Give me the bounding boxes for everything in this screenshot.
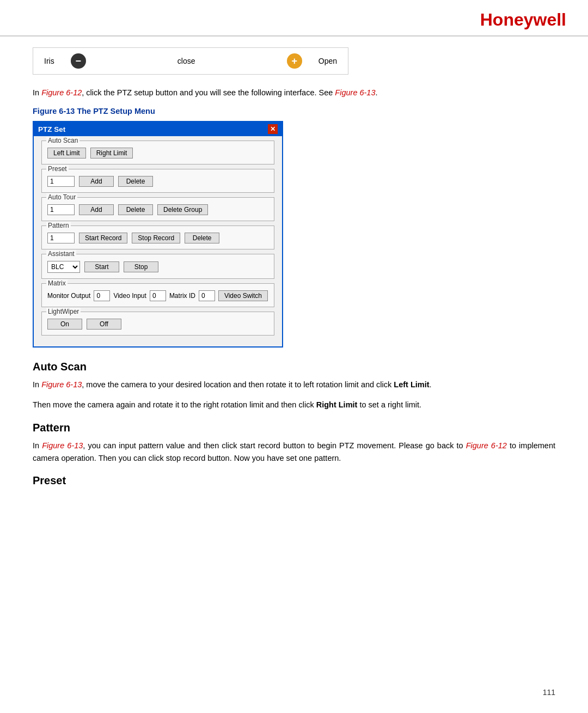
light-wiper-section: LightWiper On Off — [41, 312, 274, 336]
pattern-delete-button[interactable]: Delete — [185, 233, 219, 243]
iris-label: Iris — [44, 57, 54, 65]
iris-row: Iris − close + Open — [33, 47, 348, 75]
right-limit-bold: Right Limit — [316, 400, 358, 409]
stop-record-button[interactable]: Stop Record — [132, 233, 180, 243]
auto-scan-heading: Auto Scan — [33, 361, 555, 373]
fig13-link-pattern[interactable]: Figure 6-13 — [42, 441, 83, 450]
fig12-link[interactable]: Figure 6-12 — [41, 88, 82, 97]
ptz-title-bar: PTZ Set ✕ — [34, 122, 282, 136]
pattern-section-dialog: Pattern Start Record Stop Record Delete — [41, 226, 274, 249]
iris-close-label: close — [102, 57, 271, 65]
matrix-id-input[interactable] — [199, 290, 215, 301]
pattern-row: Start Record Stop Record Delete — [47, 233, 268, 243]
auto-scan-paragraph1: In Figure 6-13, move the camera to your … — [33, 379, 555, 391]
video-input-label: Video Input — [113, 292, 146, 300]
auto-scan-row: Left Limit Right Limit — [47, 148, 268, 159]
auto-scan-label: Auto Scan — [46, 137, 79, 144]
iris-minus-button[interactable]: − — [71, 53, 86, 69]
pattern-input[interactable] — [47, 233, 75, 243]
video-switch-button[interactable]: Video Switch — [218, 290, 268, 301]
assistant-start-button[interactable]: Start — [84, 261, 119, 272]
start-record-button[interactable]: Start Record — [79, 233, 127, 243]
figure-caption: Figure 6-13 The PTZ Setup Menu — [33, 107, 555, 115]
ptz-body: Auto Scan Left Limit Right Limit Preset … — [34, 136, 282, 346]
fig13-link-autoscan[interactable]: Figure 6-13 — [41, 380, 82, 389]
ptz-dialog: PTZ Set ✕ Auto Scan Left Limit Right Lim… — [33, 121, 283, 348]
auto-scan-paragraph2: Then move the camera again and rotate it… — [33, 399, 555, 411]
auto-tour-delete-button[interactable]: Delete — [118, 204, 153, 215]
auto-tour-label: Auto Tour — [46, 193, 77, 201]
light-wiper-off-button[interactable]: Off — [87, 319, 121, 330]
auto-tour-add-button[interactable]: Add — [79, 204, 114, 215]
auto-scan-section: Auto Scan Left Limit Right Limit — [41, 141, 274, 164]
preset-input[interactable] — [47, 176, 75, 187]
light-wiper-row: On Off — [47, 319, 268, 330]
right-limit-button[interactable]: Right Limit — [90, 148, 133, 159]
left-limit-bold: Left Limit — [394, 380, 429, 389]
fig13-link-intro[interactable]: Figure 6-13 — [335, 88, 375, 97]
video-input-input[interactable] — [150, 290, 166, 301]
intro-paragraph: In Figure 6-12, click the PTZ setup butt… — [33, 87, 555, 99]
preset-label: Preset — [46, 165, 69, 173]
ptz-close-button[interactable]: ✕ — [268, 124, 278, 134]
assistant-row: BLC Start Stop — [47, 261, 268, 273]
assistant-stop-button[interactable]: Stop — [124, 261, 158, 272]
page-header: Honeywell — [0, 0, 588, 36]
fig12-link-pattern[interactable]: Figure 6-12 — [466, 441, 507, 450]
pattern-heading: Pattern — [33, 422, 555, 434]
preset-row: Add Delete — [47, 176, 268, 187]
assistant-select[interactable]: BLC — [47, 261, 80, 273]
matrix-row: Monitor Output Video Input Matrix ID Vid… — [47, 290, 268, 301]
matrix-id-label: Matrix ID — [169, 292, 195, 300]
preset-add-button[interactable]: Add — [79, 176, 114, 187]
left-limit-button[interactable]: Left Limit — [47, 148, 86, 159]
pattern-paragraph: In Figure 6-13, you can input pattern va… — [33, 440, 555, 465]
matrix-label: Matrix — [46, 279, 68, 287]
iris-open-label: Open — [318, 57, 337, 65]
auto-tour-row: Add Delete Delete Group — [47, 204, 268, 215]
assistant-label: Assistant — [46, 250, 76, 258]
honeywell-logo: Honeywell — [480, 10, 566, 30]
matrix-section: Matrix Monitor Output Video Input Matrix… — [41, 283, 274, 307]
pattern-label: Pattern — [46, 222, 71, 229]
auto-tour-input[interactable] — [47, 204, 75, 215]
page-number: 111 — [543, 688, 555, 697]
preset-heading: Preset — [33, 474, 555, 487]
main-content: Iris − close + Open In Figure 6-12, clic… — [0, 36, 588, 514]
ptz-title: PTZ Set — [38, 125, 65, 133]
preset-delete-button[interactable]: Delete — [118, 176, 153, 187]
assistant-section: Assistant BLC Start Stop — [41, 254, 274, 279]
light-wiper-on-button[interactable]: On — [47, 319, 82, 330]
auto-tour-delete-group-button[interactable]: Delete Group — [157, 204, 208, 215]
auto-tour-section: Auto Tour Add Delete Delete Group — [41, 197, 274, 221]
preset-section-dialog: Preset Add Delete — [41, 169, 274, 193]
iris-plus-button[interactable]: + — [287, 53, 302, 69]
monitor-output-input[interactable] — [94, 290, 110, 301]
monitor-output-label: Monitor Output — [47, 292, 90, 300]
light-wiper-label: LightWiper — [46, 308, 81, 315]
